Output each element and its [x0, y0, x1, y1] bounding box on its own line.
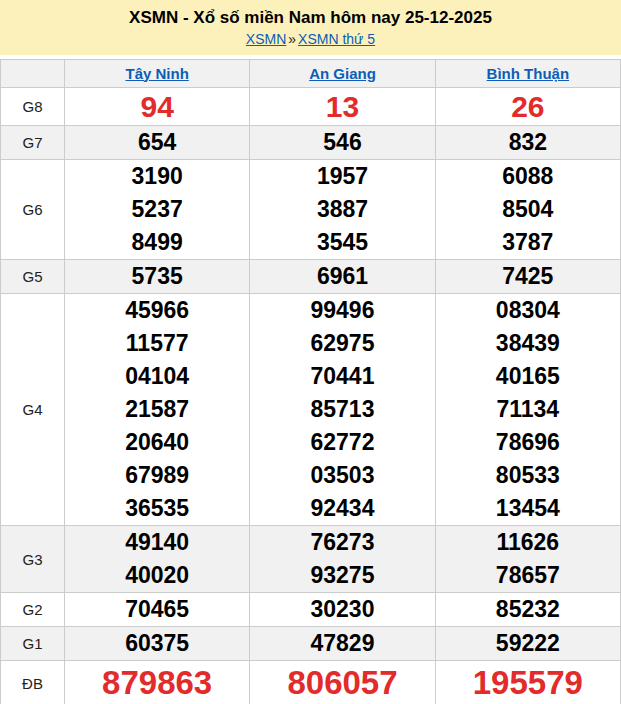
prize-number: 3190: [65, 160, 249, 193]
prize-number: 60375: [65, 627, 249, 660]
prize-number: 04104: [65, 360, 249, 393]
prize-cell: 319052378499: [65, 160, 250, 260]
table-row: G5573569617425: [1, 260, 621, 294]
breadcrumb-separator: »: [286, 31, 298, 47]
table-row: ĐB879863806057195579: [1, 661, 621, 704]
column-header-an-giang: An Giang: [250, 60, 435, 88]
prize-number: 47829: [250, 627, 434, 660]
prize-label: G7: [1, 126, 65, 160]
prize-cell: 654: [65, 126, 250, 160]
prize-cell: 5735: [65, 260, 250, 294]
page-title: XSMN - Xổ số miền Nam hôm nay 25-12-2025: [0, 7, 621, 29]
prize-cell: 195738873545: [250, 160, 435, 260]
table-row: G3491404002076273932751162678657: [1, 526, 621, 593]
prize-number: 3545: [250, 226, 434, 259]
prize-cell: 26: [435, 88, 620, 126]
prize-cell: 13: [250, 88, 435, 126]
prize-number: 13454: [436, 492, 620, 525]
breadcrumb-link-xsmn-thu5[interactable]: XSMN thứ 5: [298, 31, 375, 47]
prize-cell: 1162678657: [435, 526, 620, 593]
prize-cell: 879863: [65, 661, 250, 704]
prize-number: 71134: [436, 393, 620, 426]
prize-number: 11577: [65, 327, 249, 360]
prize-number: 62772: [250, 426, 434, 459]
prize-number: 59222: [436, 627, 620, 660]
table-row: G445966115770410421587206406798936535994…: [1, 294, 621, 526]
prize-number: 832: [436, 126, 620, 159]
table-row: G6319052378499195738873545608885043787: [1, 160, 621, 260]
province-link-binh-thuan[interactable]: Bình Thuận: [487, 65, 570, 82]
breadcrumb-link-xsmn[interactable]: XSMN: [246, 31, 286, 47]
prize-number: 5237: [65, 193, 249, 226]
prize-cell: 94: [65, 88, 250, 126]
prize-number: 6088: [436, 160, 620, 193]
prize-label: G6: [1, 160, 65, 260]
prize-label: G8: [1, 88, 65, 126]
prize-cell: 195579: [435, 661, 620, 704]
prize-number: 8499: [65, 226, 249, 259]
prize-number: 806057: [250, 661, 434, 704]
prize-number: 70465: [65, 593, 249, 626]
prize-cell: 4914040020: [65, 526, 250, 593]
prize-number: 20640: [65, 426, 249, 459]
prize-cell: 47829: [250, 627, 435, 661]
prize-cell: 08304384394016571134786968053313454: [435, 294, 620, 526]
table-row: G8941326: [1, 88, 621, 126]
prize-number: 8504: [436, 193, 620, 226]
page-header: XSMN - Xổ số miền Nam hôm nay 25-12-2025…: [0, 0, 621, 55]
prize-number: 654: [65, 126, 249, 159]
prize-number: 78696: [436, 426, 620, 459]
prize-number: 3887: [250, 193, 434, 226]
prize-number: 85713: [250, 393, 434, 426]
prize-cell: 7627393275: [250, 526, 435, 593]
prize-label: G1: [1, 627, 65, 661]
prize-number: 26: [436, 88, 620, 125]
table-header-row: Tây Ninh An Giang Bình Thuận: [1, 60, 621, 88]
prize-number: 80533: [436, 459, 620, 492]
prize-number: 03503: [250, 459, 434, 492]
prize-number: 38439: [436, 327, 620, 360]
prize-label: G5: [1, 260, 65, 294]
table-row: G7654546832: [1, 126, 621, 160]
prize-number: 13: [250, 88, 434, 125]
prize-number: 7425: [436, 260, 620, 293]
prize-label: ĐB: [1, 661, 65, 704]
prize-number: 78657: [436, 559, 620, 592]
prize-number: 92434: [250, 492, 434, 525]
prize-number: 11626: [436, 526, 620, 559]
prize-number: 45966: [65, 294, 249, 327]
prize-number: 67989: [65, 459, 249, 492]
prize-cell: 70465: [65, 593, 250, 627]
prize-number: 546: [250, 126, 434, 159]
prize-number: 08304: [436, 294, 620, 327]
prize-cell: 59222: [435, 627, 620, 661]
prize-number: 879863: [65, 661, 249, 704]
breadcrumb: XSMN»XSMN thứ 5: [0, 29, 621, 49]
prize-number: 3787: [436, 226, 620, 259]
prize-cell: 30230: [250, 593, 435, 627]
province-link-an-giang[interactable]: An Giang: [309, 65, 376, 82]
column-header-tay-ninh: Tây Ninh: [65, 60, 250, 88]
prize-cell: 85232: [435, 593, 620, 627]
prize-cell: 7425: [435, 260, 620, 294]
prize-number: 94: [65, 88, 249, 125]
prize-number: 85232: [436, 593, 620, 626]
prize-cell: 6961: [250, 260, 435, 294]
column-header-binh-thuan: Bình Thuận: [435, 60, 620, 88]
prize-cell: 45966115770410421587206406798936535: [65, 294, 250, 526]
prize-number: 99496: [250, 294, 434, 327]
prize-number: 70441: [250, 360, 434, 393]
prize-number: 1957: [250, 160, 434, 193]
prize-number: 62975: [250, 327, 434, 360]
prize-number: 93275: [250, 559, 434, 592]
corner-cell: [1, 60, 65, 88]
results-body: G8941326G7654546832G63190523784991957388…: [1, 88, 621, 704]
table-row: G1603754782959222: [1, 627, 621, 661]
prize-number: 195579: [436, 661, 620, 704]
prize-number: 40165: [436, 360, 620, 393]
prize-label: G3: [1, 526, 65, 593]
prize-cell: 60375: [65, 627, 250, 661]
prize-cell: 608885043787: [435, 160, 620, 260]
province-link-tay-ninh[interactable]: Tây Ninh: [125, 65, 188, 82]
table-row: G2704653023085232: [1, 593, 621, 627]
